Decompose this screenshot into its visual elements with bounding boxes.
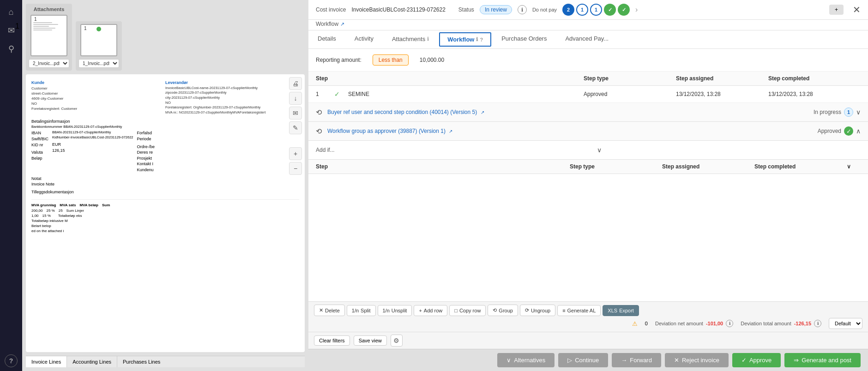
- export-btn[interactable]: XLS Export: [603, 305, 639, 316]
- tab-purchases-lines[interactable]: Purchases Lines: [117, 356, 166, 367]
- sidebar-search-icon[interactable]: ⚲: [3, 41, 19, 57]
- invoice-note: Invoice Note: [31, 181, 299, 187]
- copy-row-btn[interactable]: □ Copy row: [449, 305, 486, 316]
- generate-al-btn[interactable]: ≡ Generate AL: [557, 305, 601, 316]
- dev-net-value: -101,00: [706, 321, 723, 326]
- delete-icon: ✕: [319, 307, 323, 313]
- approve-icon: ✓: [741, 357, 747, 364]
- approved-circle-icon: ✓: [844, 126, 853, 136]
- deviation-total-item: Deviation total amount -126,15 ℹ: [741, 320, 821, 327]
- reject-btn[interactable]: ✕ Reject invoice: [665, 353, 729, 367]
- thumb2[interactable]: 1: [80, 24, 117, 56]
- lev-val-6: MVA nr.: NO20231129-07-cSupplierMonthlyM…: [165, 110, 299, 115]
- buyer-ref-link[interactable]: Buyer ref user and second step condition…: [327, 109, 484, 115]
- tab-attachments[interactable]: Attachments ℹ: [383, 30, 438, 48]
- download-btn[interactable]: ↓: [289, 92, 302, 105]
- thumb1[interactable]: 1: [30, 15, 67, 56]
- do-not-pay-label: Do not pay: [532, 7, 557, 12]
- thumb1-select[interactable]: 2_Invoic...pdf: [29, 59, 69, 68]
- zoom-in-btn[interactable]: +: [289, 147, 302, 160]
- wf-group-approver-row[interactable]: ⟲ Workflow group as approver (39887) (Ve…: [308, 122, 868, 141]
- workflow-link-row: Workflow ↗: [308, 20, 868, 30]
- step-assigned-val: 13/12/2023, 13:28: [676, 91, 768, 97]
- add-if-row[interactable]: Add if... ∨: [308, 141, 868, 160]
- mva-val2: 25 %: [46, 208, 54, 213]
- workflow-external-link-icon[interactable]: ↗: [340, 21, 344, 27]
- step2-completed-header: Step completed: [754, 163, 847, 170]
- filters-row: Clear filters Save view ⚙: [308, 332, 868, 349]
- sidebar-help-icon[interactable]: ?: [5, 354, 18, 367]
- add-row-btn[interactable]: + Add row: [414, 305, 447, 316]
- status-badge[interactable]: In review: [480, 5, 512, 14]
- wf-group-status: Approved ✓ ∧: [818, 126, 861, 136]
- info-icon[interactable]: ℹ: [518, 5, 527, 14]
- generate-post-btn[interactable]: ⇒ Generate and post: [784, 353, 861, 367]
- tab-purchase-orders[interactable]: Purchase Orders: [492, 30, 556, 48]
- tab-details[interactable]: Details: [308, 30, 345, 48]
- edit-btn[interactable]: ✎: [289, 121, 302, 134]
- circle-btn-check2[interactable]: ✓: [618, 4, 630, 16]
- buyer-ref-external-icon[interactable]: ↗: [481, 110, 484, 115]
- settings-icon[interactable]: ⚙: [391, 335, 403, 347]
- split-btn[interactable]: 1/n Split: [347, 305, 376, 316]
- circle-btn-1a[interactable]: 1: [576, 4, 588, 16]
- warning-icon: ⚠: [632, 320, 638, 327]
- add-if-chevron[interactable]: ∨: [597, 146, 602, 154]
- alternatives-icon: ∨: [506, 357, 511, 364]
- wf-group-external-icon[interactable]: ↗: [449, 129, 452, 134]
- unsplit-btn[interactable]: 1/n Unsplit: [378, 305, 412, 316]
- buyer-ref-chevron[interactable]: ∨: [856, 108, 861, 116]
- continue-btn[interactable]: ▷ Continue: [558, 353, 608, 367]
- ungroup-btn[interactable]: ⟳ Ungroup: [520, 305, 555, 316]
- step2-type-col-header: [344, 163, 570, 170]
- doc-panel: Attachments 1 2_Invoic...pdf: [22, 0, 308, 371]
- tab-workflow[interactable]: Workflow ℹ ?: [439, 32, 491, 47]
- tab-accounting-lines[interactable]: Accounting Lines: [67, 356, 117, 367]
- alternatives-btn[interactable]: ∨ Alternatives: [497, 353, 555, 367]
- tab-advanced-pay[interactable]: Advanced Pay...: [556, 30, 618, 48]
- circle-btn-1b[interactable]: 1: [590, 4, 602, 16]
- tab-activity[interactable]: Activity: [345, 30, 383, 48]
- forward-btn[interactable]: → Forward: [612, 353, 661, 367]
- mva-col1: MVA grunnlag: [31, 203, 56, 208]
- attachments-info-icon[interactable]: ℹ: [427, 36, 429, 42]
- delete-btn[interactable]: ✕ Delete: [314, 305, 345, 316]
- step-type-val: Approved: [584, 91, 676, 97]
- dev-net-info-icon[interactable]: ℹ: [726, 320, 733, 327]
- close-button[interactable]: ✕: [853, 4, 861, 15]
- group-icon: ⟲: [493, 307, 497, 313]
- unsplit-prefix: 1/n: [383, 308, 390, 313]
- sidebar-home-icon[interactable]: ⌂: [3, 4, 19, 20]
- group-btn[interactable]: ⟲ Group: [488, 305, 518, 316]
- approve-btn[interactable]: ✓ Approve: [732, 353, 781, 367]
- print-btn[interactable]: 🖨: [289, 77, 302, 90]
- clear-filters-btn[interactable]: Clear filters: [314, 335, 350, 346]
- warning-count: 0: [645, 321, 648, 326]
- more-chevron[interactable]: ›: [635, 6, 638, 14]
- iban-col: IBAN Swift/BIC KID nr Valuta Beløp: [31, 130, 48, 173]
- mva-val3: 25: [59, 208, 63, 213]
- wf-group-chevron[interactable]: ∧: [856, 127, 861, 135]
- add-button[interactable]: +: [829, 5, 844, 15]
- default-select[interactable]: Default: [829, 318, 862, 329]
- tilleggs-label: Tilleggsdokumentasjon: [31, 189, 299, 195]
- buyer-ref-row[interactable]: ⟲ Buyer ref user and second step conditi…: [308, 103, 868, 122]
- thumb2-select[interactable]: 1_Invoic...pdf: [78, 59, 119, 68]
- email-btn[interactable]: ✉: [289, 107, 302, 120]
- wf-group-link[interactable]: Workflow group as approver (39887) (Vers…: [327, 128, 452, 134]
- circle-btn-2[interactable]: 2: [562, 4, 574, 16]
- save-view-btn[interactable]: Save view: [354, 335, 387, 346]
- thumb2-panel: 1 1_Invoic...pdf: [76, 21, 122, 71]
- workflow-tab-info-icon[interactable]: ℹ: [476, 36, 478, 42]
- dev-total-info-icon[interactable]: ℹ: [814, 320, 821, 327]
- tab-invoice-lines[interactable]: Invoice Lines: [26, 356, 67, 367]
- zoom-out-btn[interactable]: −: [289, 162, 302, 175]
- deviation-area: ⚠ 0 Deviation net amount -101,00 ℹ Devia…: [632, 318, 862, 329]
- workflow-tab-help-icon[interactable]: ?: [480, 37, 483, 42]
- step2-expand-icon[interactable]: ∨: [847, 163, 861, 170]
- deviation-net-item: Deviation net amount -101,00 ℹ: [655, 320, 733, 327]
- step-type-col-header: [344, 75, 584, 82]
- attachments-title: Attachments: [34, 6, 65, 12]
- circle-btn-check1[interactable]: ✓: [604, 4, 616, 16]
- lev-val-4: NO: [165, 100, 299, 105]
